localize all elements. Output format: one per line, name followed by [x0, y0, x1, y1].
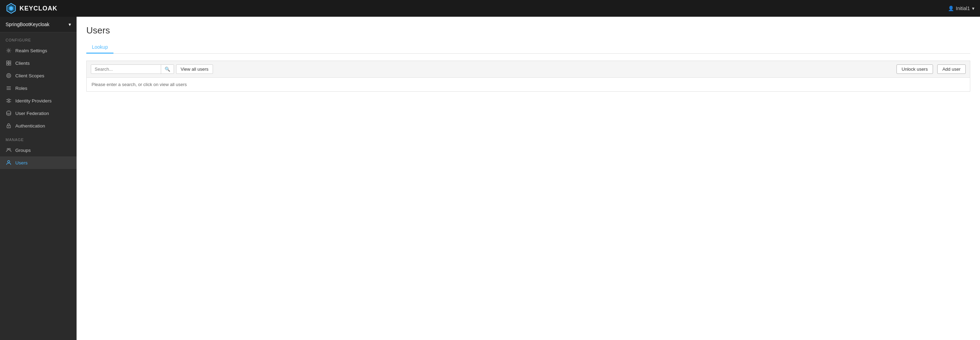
authentication-icon — [6, 123, 12, 129]
empty-message: Please enter a search, or click on view … — [86, 77, 970, 92]
configure-section-label: Configure — [0, 32, 76, 44]
add-user-button[interactable]: Add user — [937, 64, 966, 74]
user-icon: 👤 — [948, 6, 954, 11]
brand-text: KEYCLOAK — [19, 5, 57, 12]
realm-settings-icon — [6, 47, 12, 54]
sidebar-item-client-scopes[interactable]: Client Scopes — [0, 69, 76, 82]
tab-lookup[interactable]: Lookup — [86, 42, 113, 54]
groups-icon — [6, 147, 12, 153]
sidebar-item-identity-providers[interactable]: Identity Providers — [0, 94, 76, 107]
svg-point-22 — [8, 126, 9, 127]
svg-point-20 — [6, 111, 11, 113]
unlock-users-button[interactable]: Unlock users — [896, 64, 933, 74]
view-all-users-button[interactable]: View all users — [176, 64, 213, 74]
search-input-wrapper: 🔍 — [91, 64, 174, 74]
brand: KEYCLOAK — [6, 3, 57, 14]
clients-icon — [6, 60, 12, 66]
tabs: Lookup — [86, 42, 970, 54]
clients-label: Clients — [15, 61, 30, 66]
sidebar-item-clients[interactable]: Clients — [0, 57, 76, 69]
search-icon: 🔍 — [165, 67, 170, 72]
client-scopes-icon — [6, 72, 12, 79]
realm-name: SpringBootKeycloak — [6, 22, 49, 27]
search-input[interactable] — [91, 65, 161, 73]
users-icon — [6, 160, 12, 166]
client-scopes-label: Client Scopes — [15, 73, 44, 78]
identity-providers-icon — [6, 97, 12, 104]
authentication-label: Authentication — [15, 123, 45, 129]
svg-rect-7 — [9, 64, 11, 65]
svg-rect-5 — [9, 61, 11, 63]
sidebar-item-users[interactable]: Users — [0, 156, 76, 169]
sidebar-item-user-federation[interactable]: User Federation — [0, 107, 76, 120]
svg-rect-19 — [8, 101, 10, 102]
identity-providers-label: Identity Providers — [15, 98, 51, 104]
svg-rect-18 — [8, 99, 10, 101]
main-content: Users Lookup 🔍 View all users Unlock use… — [76, 17, 980, 340]
svg-point-23 — [7, 148, 8, 150]
svg-point-25 — [8, 161, 10, 163]
navbar: KEYCLOAK 👤 Initial1 ▾ — [0, 0, 980, 17]
manage-section-label: Manage — [0, 132, 76, 144]
sidebar-item-authentication[interactable]: Authentication — [0, 120, 76, 132]
roles-label: Roles — [15, 86, 27, 91]
svg-rect-6 — [6, 64, 8, 65]
search-button[interactable]: 🔍 — [161, 65, 173, 73]
user-menu[interactable]: 👤 Initial1 ▾ — [948, 6, 974, 11]
realm-settings-label: Realm Settings — [15, 48, 47, 53]
svg-point-3 — [8, 50, 10, 51]
user-name: Initial1 — [956, 6, 970, 11]
realm-chevron-icon: ▾ — [68, 22, 71, 27]
users-label: Users — [15, 160, 27, 166]
keycloak-logo-icon — [6, 3, 17, 14]
user-federation-icon — [6, 110, 12, 117]
user-federation-label: User Federation — [15, 111, 49, 116]
sidebar-item-groups[interactable]: Groups — [0, 144, 76, 156]
search-bar-row: 🔍 View all users Unlock users Add user — [86, 61, 970, 77]
svg-rect-4 — [6, 61, 8, 63]
svg-point-10 — [8, 75, 9, 76]
sidebar: SpringBootKeycloak ▾ Configure Realm Set… — [0, 17, 76, 340]
app-body: SpringBootKeycloak ▾ Configure Realm Set… — [0, 17, 980, 340]
realm-selector[interactable]: SpringBootKeycloak ▾ — [0, 17, 76, 32]
user-chevron-icon: ▾ — [972, 6, 974, 11]
svg-point-24 — [9, 148, 10, 150]
roles-icon — [6, 85, 12, 91]
sidebar-item-realm-settings[interactable]: Realm Settings — [0, 44, 76, 57]
page-title: Users — [86, 25, 970, 36]
sidebar-item-roles[interactable]: Roles — [0, 82, 76, 94]
groups-label: Groups — [15, 148, 30, 153]
